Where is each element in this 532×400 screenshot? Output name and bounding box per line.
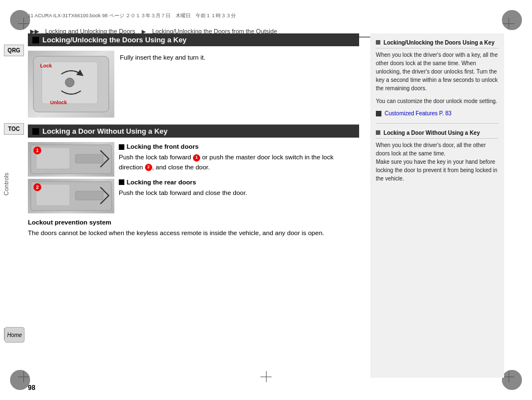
svg-point-2 bbox=[65, 78, 74, 87]
tab-qrg[interactable]: QRG bbox=[4, 45, 24, 56]
subsection-icon-rear bbox=[119, 179, 124, 185]
right-icon-1 bbox=[376, 40, 380, 45]
door-section-header: Locking a Door Without Using a Key bbox=[28, 125, 359, 138]
rear-doors-text: Push the lock tab forward and close the … bbox=[119, 188, 359, 198]
key-visual: Lock Unlock bbox=[28, 51, 114, 118]
lockout-section: Lockout prevention system The doors cann… bbox=[28, 218, 359, 238]
print-bar: 11 ACURA ILX-31TX66100.book 98 ページ ２０１３年… bbox=[28, 12, 504, 19]
door-visual-front: 1 bbox=[28, 142, 114, 177]
door-text: Locking the front doors Push the lock ta… bbox=[119, 142, 359, 203]
door-section-content: 1 2 bbox=[28, 142, 359, 213]
tab-controls-label: Controls bbox=[3, 173, 9, 196]
door-images: 1 2 bbox=[28, 142, 114, 213]
unlock-label: Unlock bbox=[50, 100, 67, 105]
key-image: Lock Unlock bbox=[28, 51, 114, 118]
subsection-icon bbox=[119, 144, 124, 150]
svg-rect-5 bbox=[75, 154, 103, 163]
tab-toc[interactable]: TOC bbox=[4, 123, 24, 135]
left-column: Locking/Unlocking the Doors Using a Key bbox=[28, 33, 364, 378]
step-2-circle: 2 bbox=[145, 164, 152, 171]
right-divider bbox=[376, 123, 499, 124]
door-section-icon bbox=[32, 128, 39, 135]
step-1-circle: 1 bbox=[193, 154, 200, 162]
step-number-1: 1 bbox=[33, 147, 41, 154]
page-number: 98 bbox=[28, 384, 35, 392]
front-doors-text: Push the lock tab forward 1 or push the … bbox=[119, 153, 359, 172]
right-section2-title: Locking a Door Without Using a Key bbox=[376, 129, 499, 139]
key-section-header: Locking/Unlocking the Doors Using a Key bbox=[28, 33, 359, 46]
crosshair-tl bbox=[18, 18, 29, 29]
link-icon bbox=[376, 111, 381, 116]
door-image-front: 1 bbox=[28, 142, 114, 177]
key-section: Locking/Unlocking the Doors Using a Key bbox=[28, 33, 359, 118]
crosshair-tr bbox=[503, 18, 514, 29]
door-section: Locking a Door Without Using a Key bbox=[28, 125, 359, 213]
lock-label: Lock bbox=[40, 63, 52, 69]
main-content: Locking/Unlocking the Doors Using a Key bbox=[28, 33, 504, 378]
door-visual-rear: 2 bbox=[28, 179, 114, 213]
svg-rect-4 bbox=[36, 148, 70, 169]
key-svg bbox=[28, 51, 114, 118]
crosshair-br bbox=[503, 371, 514, 382]
front-doors-header: Locking the front doors bbox=[119, 142, 359, 152]
lockout-text: The doors cannot be locked when the keyl… bbox=[28, 228, 359, 238]
step-number-2: 2 bbox=[33, 183, 41, 191]
front-doors-subsection: Locking the front doors Push the lock ta… bbox=[119, 142, 359, 172]
right-column: Locking/Unlocking the Doors Using a Key … bbox=[370, 33, 504, 378]
sidebar: QRG TOC Controls Index Home bbox=[0, 28, 28, 373]
right-section2-text: When you lock the driver's door, all the… bbox=[376, 141, 499, 183]
right-section1-title: Locking/Unlocking the Doors Using a Key bbox=[376, 39, 499, 48]
lockout-title: Lockout prevention system bbox=[28, 218, 359, 227]
key-instruction-text: Fully insert the key and turn it. bbox=[120, 51, 205, 62]
svg-rect-8 bbox=[75, 191, 103, 200]
rear-doors-subsection: Locking the rear doors Push the lock tab… bbox=[119, 178, 359, 198]
tab-home[interactable]: Home bbox=[4, 327, 25, 343]
door-image-rear: 2 bbox=[28, 179, 114, 213]
section-icon bbox=[32, 37, 39, 43]
right-icon-2 bbox=[376, 130, 380, 135]
svg-rect-7 bbox=[36, 184, 70, 206]
key-section-content: Lock Unlock Fully insert the key and tur… bbox=[28, 51, 359, 118]
right-section1-link[interactable]: Customized Features P. 83 bbox=[376, 110, 499, 118]
rear-doors-header: Locking the rear doors bbox=[119, 178, 359, 187]
right-section1-note: You can customize the door unlock mode s… bbox=[376, 97, 499, 105]
right-section1-text: When you lock the driver's door with a k… bbox=[376, 51, 499, 92]
